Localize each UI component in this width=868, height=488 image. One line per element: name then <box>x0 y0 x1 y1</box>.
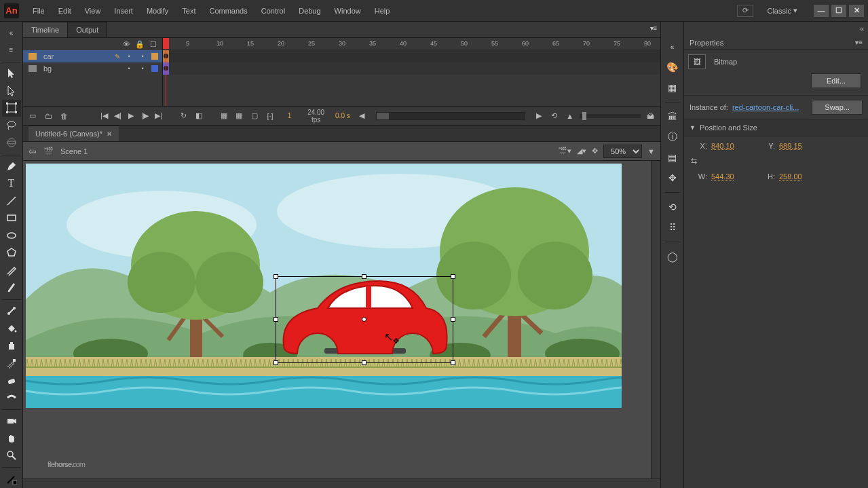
camera-tool-icon[interactable] <box>2 413 21 430</box>
timeline-track-car[interactable] <box>163 50 660 62</box>
menu-insert[interactable]: Insert <box>107 3 140 19</box>
menu-debug[interactable]: Debug <box>292 3 327 19</box>
new-folder-icon[interactable]: 🗀 <box>43 110 54 122</box>
layer-row-bg[interactable]: bg •• <box>23 62 162 75</box>
menu-commands[interactable]: Commands <box>202 3 254 19</box>
scene-name[interactable]: Scene 1 <box>60 147 88 155</box>
panel-collapse-icon[interactable]: « <box>860 24 864 33</box>
zoom-dropdown-icon[interactable]: ▼ <box>647 147 655 155</box>
go-last-frame-icon[interactable]: ▶| <box>152 110 164 122</box>
rectangle-tool-icon[interactable] <box>2 210 21 227</box>
handle-ne[interactable] <box>451 274 455 279</box>
creative-cloud-icon[interactable]: ◯ <box>664 248 681 265</box>
menu-window[interactable]: Window <box>328 3 368 19</box>
collapse-panel-icon[interactable]: « <box>2 24 21 41</box>
hand-tool-icon[interactable] <box>2 430 21 447</box>
layer-row-car[interactable]: car ✎ •• <box>23 50 162 62</box>
zoom-timeline-out-icon[interactable]: ▲ <box>564 110 575 122</box>
lasso-tool-icon[interactable] <box>2 117 21 134</box>
text-tool-icon[interactable]: T <box>2 175 21 192</box>
edit-multiple-frames-icon[interactable]: ▦ <box>233 110 245 122</box>
scroll-right-icon[interactable]: ▶ <box>533 110 545 122</box>
onion-markers-icon[interactable]: ▢ <box>249 110 261 122</box>
instance-name-link[interactable]: red-cartoon-car-cli... <box>732 103 808 111</box>
timeline-zoom-slider[interactable] <box>580 114 641 118</box>
transform-panel-icon[interactable]: ✥ <box>664 169 681 187</box>
center-stage-icon[interactable]: ✥ <box>592 147 598 155</box>
brush-tool-icon[interactable] <box>2 279 21 296</box>
swatches-panel-icon[interactable]: ▦ <box>664 79 681 96</box>
stage-horizontal-scrollbar[interactable] <box>23 478 660 488</box>
workspace-switcher[interactable]: Classic ▾ <box>761 3 803 18</box>
handle-sw[interactable] <box>273 360 278 365</box>
document-tab-close-icon[interactable]: ✕ <box>107 130 112 138</box>
edit-back-icon[interactable]: ⇦ <box>29 146 37 157</box>
tab-timeline[interactable]: Timeline <box>23 22 68 37</box>
stage-area[interactable]: ↖✥ filehorse.com <box>23 161 660 478</box>
layer-lock-icon[interactable]: 🔒 <box>135 40 145 49</box>
collapse-toggle-icon[interactable]: « <box>664 38 681 56</box>
oval-tool-icon[interactable] <box>2 227 21 244</box>
scroll-left-icon[interactable]: ◀ <box>356 110 368 122</box>
menu-control[interactable]: Control <box>254 3 292 19</box>
bone-tool-icon[interactable] <box>2 303 21 320</box>
handle-w[interactable] <box>273 317 278 322</box>
ink-bottle-tool-icon[interactable] <box>2 337 21 354</box>
timeline-scrollbar[interactable] <box>376 112 525 120</box>
timeline-frames-area[interactable]: 15101520253035404550556065707580859095 <box>163 38 660 106</box>
menu-edit[interactable]: Edit <box>52 3 78 19</box>
menu-view[interactable]: View <box>78 3 108 19</box>
w-field[interactable]: 544.30 <box>711 172 759 181</box>
width-tool-icon[interactable] <box>2 389 21 406</box>
zoom-tool-icon[interactable] <box>2 447 21 464</box>
new-layer-icon[interactable]: ▭ <box>27 110 39 122</box>
handle-nw[interactable] <box>273 274 278 279</box>
center-frame-icon[interactable]: [·] <box>265 110 276 122</box>
window-maximize-icon[interactable]: ☐ <box>831 5 846 17</box>
handle-s[interactable] <box>362 360 366 365</box>
position-size-section-header[interactable]: ▼ Position and Size <box>684 119 868 136</box>
menu-text[interactable]: Text <box>175 3 202 19</box>
window-minimize-icon[interactable]: — <box>814 5 829 17</box>
align-panel-icon[interactable]: ▤ <box>664 149 681 166</box>
go-first-frame-icon[interactable]: |◀ <box>98 110 110 122</box>
edit-scene-icon[interactable]: 🎬▾ <box>558 147 571 155</box>
eyedropper-tool-icon[interactable] <box>2 354 21 371</box>
onion-skin-icon[interactable]: ◧ <box>193 110 205 122</box>
stage-vertical-scrollbar[interactable] <box>651 161 660 478</box>
layer-visibility-icon[interactable]: 👁 <box>121 40 131 48</box>
handle-se[interactable] <box>451 360 455 365</box>
panel-menu-icon[interactable]: ▾≡ <box>855 39 863 46</box>
zoom-dropdown[interactable]: 50% <box>603 145 642 158</box>
h-field[interactable]: 258.00 <box>779 172 827 181</box>
panel-menu-icon[interactable]: ≡ <box>2 42 21 59</box>
zoom-timeline-in-icon[interactable]: 🏔 <box>645 110 656 122</box>
components-panel-icon[interactable]: ⠿ <box>664 219 681 236</box>
menu-help[interactable]: Help <box>368 3 397 19</box>
play-icon[interactable]: ▶ <box>125 110 137 122</box>
line-tool-icon[interactable] <box>2 193 21 210</box>
constrain-proportions-icon[interactable]: ⇆ <box>691 157 700 166</box>
stroke-color-swatch[interactable] <box>2 470 21 487</box>
eraser-tool-icon[interactable] <box>2 372 21 389</box>
transform-selection[interactable] <box>276 276 453 363</box>
free-transform-tool-icon[interactable] <box>2 100 21 117</box>
timeline-track-bg[interactable] <box>163 62 660 75</box>
edit-symbol-icon[interactable]: ◢▾ <box>577 147 586 155</box>
onion-skin-outlines-icon[interactable]: ▦ <box>218 110 229 122</box>
document-tab[interactable]: Untitled-6 (Canvas)* ✕ <box>29 126 119 141</box>
window-close-icon[interactable]: ✕ <box>849 5 864 17</box>
polystar-tool-icon[interactable] <box>2 244 21 261</box>
span-based-icon[interactable]: ⟲ <box>549 110 561 122</box>
layer-outline-icon[interactable]: ☐ <box>149 40 158 49</box>
y-field[interactable]: 689.15 <box>779 142 827 150</box>
x-field[interactable]: 840.10 <box>711 142 759 150</box>
stage-canvas[interactable]: ↖✥ <box>26 164 622 408</box>
menu-modify[interactable]: Modify <box>140 3 175 19</box>
paint-bucket-tool-icon[interactable] <box>2 320 21 337</box>
delete-layer-icon[interactable]: 🗑 <box>58 110 70 122</box>
selection-tool-icon[interactable] <box>2 65 21 82</box>
handle-e[interactable] <box>451 317 455 322</box>
current-frame-field[interactable]: 1 <box>280 112 299 119</box>
step-forward-icon[interactable]: |▶ <box>138 110 151 122</box>
